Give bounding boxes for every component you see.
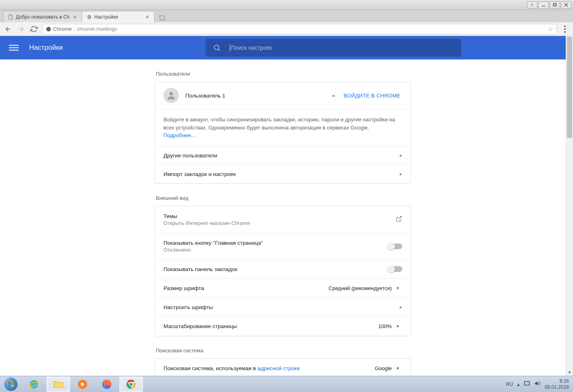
section-appearance: Внешний вид Темы Открыть Интернет-магази…: [155, 195, 411, 348]
tab-title: Настройки: [94, 14, 142, 20]
svg-rect-3: [554, 3, 557, 6]
chevron-down-icon: ▼: [396, 366, 400, 371]
customize-fonts-row[interactable]: Настроить шрифты ▸: [155, 298, 410, 316]
chrome-icon: [125, 379, 137, 390]
page-zoom-dropdown[interactable]: 100% ▼: [329, 322, 402, 331]
svg-rect-14: [11, 381, 14, 384]
taskbar-clock[interactable]: 8:16 05.01.2018: [545, 378, 569, 390]
search-icon: [213, 44, 221, 52]
clock-date: 05.01.2018: [545, 384, 569, 390]
hamburger-menu-icon[interactable]: [9, 43, 19, 53]
external-link-icon: [396, 216, 402, 224]
row-sublabel: Отключено: [163, 247, 388, 253]
search-engine-dropdown[interactable]: Google ▼: [329, 364, 402, 373]
language-indicator[interactable]: RU: [506, 381, 513, 387]
window-titlebar: [0, 0, 573, 10]
row-label: Показывать панель закладок: [163, 266, 388, 272]
settings-search-input[interactable]: Поиск настроек: [206, 39, 461, 57]
home-button-toggle[interactable]: [388, 244, 402, 249]
new-tab-button[interactable]: [157, 13, 168, 22]
svg-rect-2: [553, 4, 556, 6]
user-window-button[interactable]: [527, 1, 537, 8]
dropdown-value: Средний (рекомендуется): [329, 285, 392, 291]
clock-time: 8:16: [545, 378, 569, 384]
profile-name: Пользователь 1: [185, 93, 333, 99]
vertical-scrollbar[interactable]: ▲ ▼: [566, 36, 573, 376]
section-search-engine: Поисковая система Поисковая система, исп…: [155, 348, 411, 376]
browser-menu-button[interactable]: [560, 24, 570, 34]
chevron-down-icon: ▼: [396, 324, 400, 328]
import-row[interactable]: Импорт закладок и настроек ▸: [155, 165, 410, 183]
windows-logo-icon: [4, 377, 18, 391]
browser-tab-welcome[interactable]: Добро пожаловать в Ch ✕: [3, 11, 82, 22]
tab-close-icon[interactable]: ✕: [72, 14, 78, 20]
settings-header: Настройки Поиск настроек: [0, 36, 573, 59]
minimize-window-button[interactable]: [538, 1, 549, 8]
maximize-window-button[interactable]: [550, 1, 560, 8]
address-bar: Chrome chrome://settings ☆: [0, 22, 573, 36]
svg-point-9: [564, 31, 566, 33]
signin-button[interactable]: ВОЙДИТЕ В CHROME: [335, 87, 402, 104]
system-tray: RU ▴ 8:16 05.01.2018: [502, 378, 573, 390]
svg-point-8: [564, 28, 566, 30]
taskbar-chrome[interactable]: [119, 377, 143, 392]
scroll-thumb[interactable]: [567, 37, 572, 138]
taskbar-explorer[interactable]: [47, 377, 70, 392]
svg-rect-15: [8, 384, 11, 387]
forward-button[interactable]: [16, 24, 26, 34]
signin-info: Войдите в аккаунт, чтобы синхронизироват…: [155, 109, 410, 146]
font-size-row: Размер шрифта Средний (рекомендуется) ▼: [155, 278, 410, 298]
row-sublabel: Открыть Интернет-магазин Chrome: [163, 220, 396, 226]
font-size-dropdown[interactable]: Средний (рекомендуется) ▼: [326, 284, 402, 293]
browser-tab-settings[interactable]: Настройки ✕: [82, 11, 155, 22]
row-label: Масштабирование страницы: [163, 323, 329, 329]
close-window-button[interactable]: [561, 1, 571, 8]
reload-button[interactable]: [29, 24, 39, 34]
back-button[interactable]: [3, 24, 13, 34]
profile-row[interactable]: Пользователь 1 ▸ ВОЙДИТЕ В CHROME: [155, 82, 410, 109]
bookmark-star-icon[interactable]: ☆: [548, 25, 553, 33]
dropdown-value: 100%: [378, 323, 392, 329]
section-label: Внешний вид: [155, 195, 411, 201]
svg-rect-13: [8, 381, 11, 384]
security-label: Chrome: [53, 26, 72, 32]
bookmarks-bar-row: Показывать панель закладок: [155, 260, 410, 278]
taskbar-ie[interactable]: [22, 377, 46, 392]
appearance-card: Темы Открыть Интернет-магазин Chrome Пок…: [155, 206, 411, 336]
search-engine-row: Поисковая система, используемая в адресн…: [155, 359, 410, 376]
omnibox[interactable]: Chrome chrome://settings ☆: [42, 24, 557, 34]
url-text: chrome://settings: [77, 26, 545, 32]
taskbar-firefox[interactable]: [95, 377, 119, 392]
chevron-right-icon: ▸: [400, 304, 402, 310]
row-label: Импорт закладок и настроек: [163, 171, 400, 177]
tab-strip: Добро пожаловать в Ch ✕ Настройки ✕: [0, 10, 573, 22]
row-label: Другие пользователи: [163, 153, 400, 159]
tab-close-icon[interactable]: ✕: [144, 14, 150, 20]
content-area: Настройки Поиск настроек Пользователи По…: [0, 36, 573, 376]
svg-point-10: [214, 45, 219, 50]
search-placeholder: Поиск настроек: [231, 44, 272, 51]
avatar-icon: [163, 88, 179, 103]
section-label: Поисковая система: [155, 348, 411, 354]
bookmarks-bar-toggle[interactable]: [388, 266, 402, 272]
start-button[interactable]: [0, 376, 22, 392]
home-button-row: Показывать кнопку "Главная страница" Отк…: [155, 233, 410, 260]
themes-row[interactable]: Темы Открыть Интернет-магазин Chrome: [155, 206, 410, 233]
svg-point-0: [531, 4, 533, 5]
address-bar-link[interactable]: адресной строке: [257, 365, 300, 371]
svg-line-11: [219, 49, 220, 51]
other-users-row[interactable]: Другие пользователи ▸: [155, 146, 410, 165]
scroll-down-arrow[interactable]: ▼: [566, 369, 573, 376]
row-label: Показывать кнопку "Главная страница": [163, 240, 388, 246]
users-card: Пользователь 1 ▸ ВОЙДИТЕ В CHROME Войдит…: [155, 82, 411, 184]
svg-point-6: [46, 27, 51, 32]
tray-show-hidden-icon[interactable]: ▴: [517, 381, 520, 387]
tray-action-center-icon[interactable]: [524, 380, 530, 388]
windows-taskbar: RU ▴ 8:16 05.01.2018: [0, 376, 573, 392]
learn-more-link[interactable]: Подробнее…: [163, 132, 196, 138]
taskbar-media-player[interactable]: [71, 377, 94, 392]
page-zoom-row: Масштабирование страницы 100% ▼: [155, 316, 410, 336]
wmp-icon: [77, 379, 88, 390]
tray-volume-icon[interactable]: [534, 380, 541, 388]
search-card: Поисковая система, используемая в адресн…: [155, 358, 411, 376]
